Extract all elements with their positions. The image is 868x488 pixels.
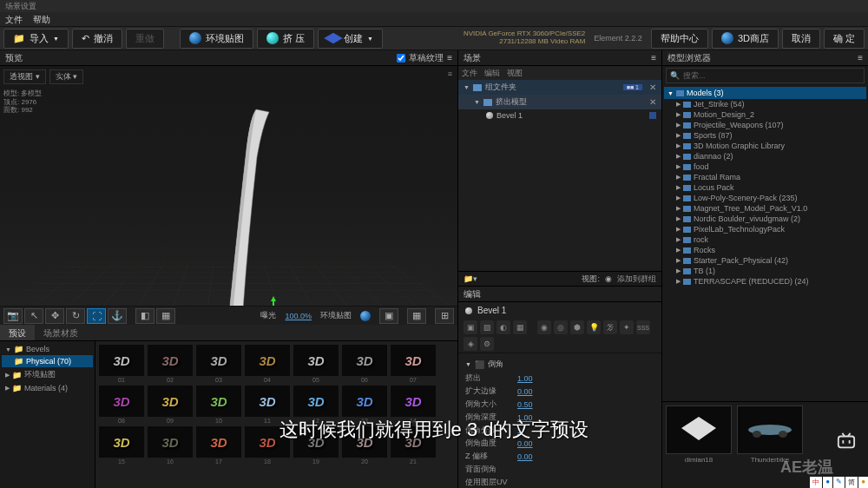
search-input[interactable]: 🔍 搜索... [666,68,865,83]
preset-item[interactable]: 3D09 [148,386,193,424]
preset-item[interactable]: 3D01 [99,345,144,383]
tree-envmap[interactable]: ▶📁 环境贴图 [2,367,93,382]
menu-file[interactable]: 文件 [5,14,23,24]
vp-tool-b[interactable]: ▦ [156,308,175,324]
tab-presets[interactable]: 预设 [0,325,35,340]
model-folder[interactable]: ▶Motion_Design_2 [664,109,866,120]
model-folder[interactable]: ▶Locus Pack [664,182,866,193]
entity-dropdown[interactable]: 实体 ▾ [49,69,84,84]
vp-opt-3[interactable]: ⊞ [435,308,454,324]
model-folder[interactable]: ▶rock [664,234,866,245]
property-value[interactable]: 0.50 [517,400,533,409]
models-root[interactable]: ▼Models (3) [664,87,866,99]
model-folder[interactable]: ▶Rocks [664,245,866,255]
close-icon[interactable]: ✕ [649,97,656,107]
tree-physical[interactable]: 📁 Physical (70) [2,355,93,367]
scene-group-folder[interactable]: ▼ 组文件夹 ■■ 1 ✕ [458,80,661,95]
menu-help[interactable]: 帮助 [33,14,50,24]
scene-tab-view[interactable]: 视图 [507,68,523,79]
create-button[interactable]: 创建▼ [318,29,383,49]
mat-icon[interactable]: ◈ [464,337,477,351]
preset-item[interactable]: 3D15 [99,426,144,465]
mat-icon[interactable]: ◎ [554,320,568,334]
scene-tab-edit[interactable]: 编辑 [484,68,500,79]
vp-tool-a[interactable]: ◧ [135,308,155,324]
property-value[interactable]: 0.00 [517,387,533,396]
preset-item[interactable]: 3D06 [342,345,387,383]
exposure-value[interactable]: 100.0% [285,312,312,320]
model-folder[interactable]: ▶Fractal Rama [664,172,866,182]
model-folder[interactable]: ▶Projectile_Weapons (107) [664,120,866,130]
vp-opt-2[interactable]: ▦ [407,308,426,324]
mat-icon[interactable]: ✦ [620,320,634,334]
cursor-tool[interactable]: ↖ [24,308,43,324]
vp-opt-1[interactable]: ▣ [379,308,398,324]
import-button[interactable]: 📁导入▼ [3,29,69,49]
environment-button[interactable]: 环境贴图 [180,29,253,49]
anchor-tool[interactable]: ⚓ [108,308,127,324]
transform-gizmo[interactable] [247,296,299,306]
model-folder[interactable]: ▶Starter_Pack_Physical (42) [664,255,866,266]
model-folder[interactable]: ▶3D Motion Graphic Library [664,141,866,151]
tab-scene-materials[interactable]: 场景材质 [35,325,87,340]
extrude-button[interactable]: 挤 压 [257,29,314,49]
model-folder[interactable]: ▶food [664,162,866,172]
move-tool[interactable]: ✥ [45,308,64,324]
preset-item[interactable]: 3D10 [196,386,241,424]
scene-extrude-model[interactable]: ▼ 挤出模型 ✕ [458,95,661,109]
store-button[interactable]: 3D商店 [712,29,779,49]
preset-item[interactable]: 3D03 [196,345,241,383]
undo-button[interactable]: ↶撤消 [72,29,122,49]
preset-item[interactable]: 3D05 [293,345,339,383]
tree-bevels[interactable]: ▼📁 Bevels [2,343,93,355]
cancel-button[interactable]: 取消 [782,29,820,49]
mat-icon[interactable]: ▣ [464,320,477,334]
tree-materials[interactable]: ▶📁 Materials (4) [2,382,93,394]
scale-tool[interactable]: ⛶ [87,308,106,324]
add-group-button[interactable]: 添加到群组 [617,274,656,285]
mat-icon[interactable]: ⚙ [480,337,494,351]
model-folder[interactable]: ▶Low-Poly-Scenery-Pack (235) [664,193,866,203]
preset-item[interactable]: 3D08 [99,386,144,424]
model-folder[interactable]: ▶diannao (2) [664,151,866,162]
rotate-tool[interactable]: ↻ [66,308,85,324]
grass-texture-checkbox[interactable] [397,54,405,63]
model-folder[interactable]: ▶Magnet_Tree_Model_Pack_V1.0 [664,203,866,214]
mat-icon[interactable]: SSS [636,320,650,334]
viewport-options-icon[interactable]: ≡ [448,69,452,78]
help-center-button[interactable]: 帮助中心 [651,29,708,49]
model-folder[interactable]: ▶Sports (87) [664,130,866,141]
preset-item[interactable]: 3D16 [148,426,193,465]
thumb-dimian[interactable]: dimian18 [666,406,732,485]
scene-bevel1[interactable]: Bevel 1 [458,109,661,122]
property-value[interactable]: 0.00 [517,452,533,461]
model-folder[interactable]: ▶Nordic Boulder_vivudgmaw (2) [664,214,866,224]
3d-viewport[interactable]: 透视图 ▾ 实体 ▾ 模型: 多模型 顶点: 2976 面数: 992 ≡ [0,66,457,306]
mat-icon[interactable]: ⬢ [570,320,584,334]
bevel-section-header[interactable]: ▼⬛ 倒角 [465,357,654,372]
mat-icon[interactable]: 💡 [587,320,601,334]
model-folder[interactable]: ▶Jet_Strike (54) [664,99,866,109]
mat-icon[interactable]: ◐ [496,320,510,334]
model-folder[interactable]: ▶TERRASCAPE (REDUCED) (24) [664,276,866,287]
mat-icon[interactable]: ▦ [513,320,527,334]
preset-item[interactable]: 3D04 [245,345,290,383]
model-folder[interactable]: ▶PixelLab_TechnologyPack [664,224,866,234]
view-dropdown[interactable]: 透视图 ▾ [3,69,46,84]
mat-icon[interactable]: 🌫 [603,320,617,334]
view-circle-icon[interactable]: ◉ [605,274,612,283]
redo-button[interactable]: 重做 [126,29,164,49]
ok-button[interactable]: 确 定 [824,29,865,49]
scene-tab-file[interactable]: 文件 [462,68,477,79]
property-value[interactable]: 1.00 [517,374,533,383]
mat-icon[interactable]: ◉ [537,320,551,334]
folder-icon[interactable]: 📁▾ [464,274,477,283]
model-folder[interactable]: ▶TB (1) [664,266,866,276]
preset-item[interactable]: 3D02 [148,345,193,383]
preset-item[interactable]: 3D07 [391,345,436,383]
camera-tool[interactable]: 📷 [3,308,23,324]
preset-item[interactable]: 3D17 [196,426,241,465]
mat-icon[interactable]: ▨ [480,320,494,334]
close-icon[interactable]: ✕ [649,82,656,92]
envmap-sphere[interactable] [360,311,371,321]
